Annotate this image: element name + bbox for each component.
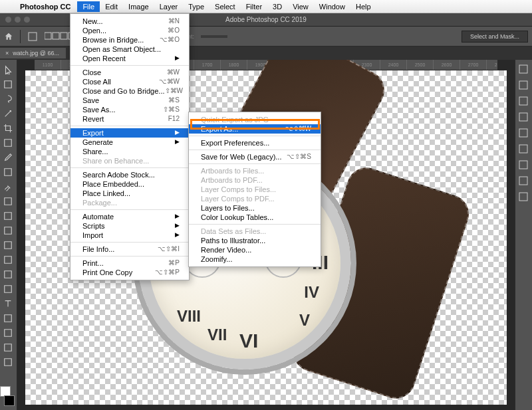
close-tab-icon[interactable]: ×: [5, 50, 9, 56]
export-menu-item-data-sets-as-files: Data Sets as Files...: [189, 227, 321, 236]
file-menu-item-close-and-go-to-bridge[interactable]: Close and Go to Bridge...⇧⌘W: [70, 86, 189, 96]
menubar-item-select[interactable]: Select: [209, 1, 241, 12]
ruler-tick: 2500: [407, 60, 434, 70]
svg-rect-5: [519, 65, 527, 73]
color-swatches[interactable]: [0, 386, 15, 406]
select-and-mask-button[interactable]: Select and Mask...: [462, 31, 528, 43]
home-icon[interactable]: [4, 32, 13, 41]
menu-shortcut: ⌥⇧⌘I: [158, 245, 180, 253]
blur-tool[interactable]: [0, 253, 16, 267]
minimize-window-icon[interactable]: [15, 17, 21, 23]
brush-tool[interactable]: [0, 179, 16, 194]
channels-panel-icon[interactable]: [518, 144, 530, 155]
file-menu-item-place-linked[interactable]: Place Linked...: [70, 189, 189, 198]
heal-tool[interactable]: [0, 165, 16, 179]
menubar-item-view[interactable]: View: [287, 1, 314, 12]
crop-tool[interactable]: [0, 121, 16, 136]
export-menu-item-zoomify[interactable]: Zoomify...: [189, 255, 321, 264]
adjustments-panel-icon[interactable]: [518, 96, 530, 108]
file-menu-item-browse-in-bridge[interactable]: Browse in Bridge...⌥⌘O: [70, 35, 189, 45]
menu-item-label: Open as Smart Object...: [82, 45, 161, 53]
file-menu-item-open-recent[interactable]: Open Recent▶: [70, 54, 189, 63]
export-menu-item-paths-to-illustrator[interactable]: Paths to Illustrator...: [189, 236, 321, 245]
file-menu-item-share[interactable]: Share...: [70, 147, 189, 156]
layers-panel-icon[interactable]: [518, 128, 530, 140]
file-menu-item-place-embedded[interactable]: Place Embedded...: [70, 179, 189, 189]
file-menu-item-open[interactable]: Open...⌘O: [70, 26, 189, 35]
file-menu-item-revert[interactable]: RevertF12: [70, 114, 189, 124]
file-menu-item-open-as-smart-object[interactable]: Open as Smart Object...: [70, 45, 189, 54]
tool-preset-icon[interactable]: [27, 31, 38, 42]
history2-panel-icon[interactable]: [518, 175, 530, 187]
move-tool[interactable]: [0, 62, 16, 77]
menu-item-label: Save As...: [82, 106, 116, 114]
hand-tool[interactable]: [0, 340, 16, 355]
file-menu-item-file-info[interactable]: File Info...⌥⇧⌘I: [70, 245, 189, 254]
file-menu-item-automate[interactable]: Automate▶: [70, 212, 189, 221]
file-menu-item-scripts[interactable]: Scripts▶: [70, 221, 189, 231]
color-panel-icon[interactable]: [518, 64, 530, 76]
pen-tool[interactable]: [0, 282, 16, 296]
wand-tool[interactable]: [0, 106, 16, 121]
menubar-item-type[interactable]: Type: [183, 1, 209, 12]
menu-item-label: Scripts: [82, 222, 105, 230]
file-menu-item-print[interactable]: Print...⌘P: [70, 258, 189, 268]
paths-panel-icon[interactable]: [518, 159, 530, 171]
mac-menubar: Photoshop CC FileEditImageLayerTypeSelec…: [0, 0, 532, 13]
export-menu-item-color-lookup-tables[interactable]: Color Lookup Tables...: [189, 213, 321, 222]
menu-item-label: Layers to Files...: [201, 204, 255, 212]
height-input[interactable]: [201, 35, 227, 38]
gradient-tool[interactable]: [0, 238, 16, 253]
history-tool[interactable]: [0, 209, 16, 223]
properties-panel-icon[interactable]: [518, 191, 530, 203]
file-menu-item-close-all[interactable]: Close All⌥⌘W: [70, 77, 189, 86]
file-menu-item-generate[interactable]: Generate▶: [70, 138, 189, 147]
menubar-item-layer[interactable]: Layer: [154, 1, 184, 12]
rect-tool[interactable]: [0, 326, 16, 340]
path-tool[interactable]: [0, 311, 16, 326]
type-tool[interactable]: [0, 296, 16, 311]
close-window-icon[interactable]: [5, 17, 11, 23]
menubar-item-3d[interactable]: 3D: [267, 1, 287, 12]
menu-item-label: Layer Comps to PDF...: [201, 195, 275, 203]
export-menu-item-artboards-to-pdf: Artboards to PDF...: [189, 175, 321, 185]
marquee-tool[interactable]: [0, 77, 16, 92]
eraser-tool[interactable]: [0, 223, 16, 238]
export-menu-item-export-as[interactable]: Export As...⌥⇧⌘W: [189, 124, 321, 134]
file-menu-item-save-as[interactable]: Save As...⇧⌘S: [70, 105, 189, 114]
menu-item-label: Share...: [82, 148, 108, 155]
file-menu-item-search-adobe-stock[interactable]: Search Adobe Stock...: [70, 170, 189, 179]
typography-panel-icon[interactable]: [518, 112, 530, 124]
background-color[interactable]: [4, 395, 15, 406]
file-menu-item-export[interactable]: Export▶: [70, 128, 189, 138]
file-menu-item-print-one-copy[interactable]: Print One Copy⌥⇧⌘P: [70, 268, 189, 277]
menubar-item-file[interactable]: File: [77, 1, 100, 12]
file-menu-item-import[interactable]: Import▶: [70, 231, 189, 240]
export-menu-item-export-preferences[interactable]: Export Preferences...: [189, 138, 321, 148]
menubar-item-filter[interactable]: Filter: [241, 1, 267, 12]
export-menu-item-layers-to-files[interactable]: Layers to Files...: [189, 203, 321, 213]
export-menu-item-save-for-web-legacy[interactable]: Save for Web (Legacy)...⌥⇧⌘S: [189, 152, 321, 161]
document-tab[interactable]: × watch.jpg @ 66...: [0, 48, 66, 58]
stamp-tool[interactable]: [0, 194, 16, 209]
menubar-item-image[interactable]: Image: [123, 1, 154, 12]
zoom-tool[interactable]: [0, 355, 16, 369]
app-name[interactable]: Photoshop CC: [20, 3, 70, 11]
swatches-panel-icon[interactable]: [518, 80, 530, 92]
menu-item-label: Close: [82, 68, 101, 76]
file-menu-item-new[interactable]: New...⌘N: [70, 17, 189, 26]
apple-logo-icon[interactable]: [5, 2, 15, 11]
dodge-tool[interactable]: [0, 267, 16, 282]
file-menu-item-close[interactable]: Close⌘W: [70, 68, 189, 77]
window-controls[interactable]: [5, 17, 30, 23]
zoom-window-icon[interactable]: [24, 17, 30, 23]
frame-tool[interactable]: [0, 136, 16, 150]
menubar-item-help[interactable]: Help: [350, 1, 376, 12]
eyedropper-tool[interactable]: [0, 150, 16, 165]
svg-rect-12: [519, 177, 527, 185]
export-menu-item-render-video[interactable]: Render Video...: [189, 245, 321, 255]
file-menu-item-save[interactable]: Save⌘S: [70, 96, 189, 105]
lasso-tool[interactable]: [0, 92, 16, 106]
menubar-item-window[interactable]: Window: [314, 1, 350, 12]
menubar-item-edit[interactable]: Edit: [100, 1, 123, 12]
